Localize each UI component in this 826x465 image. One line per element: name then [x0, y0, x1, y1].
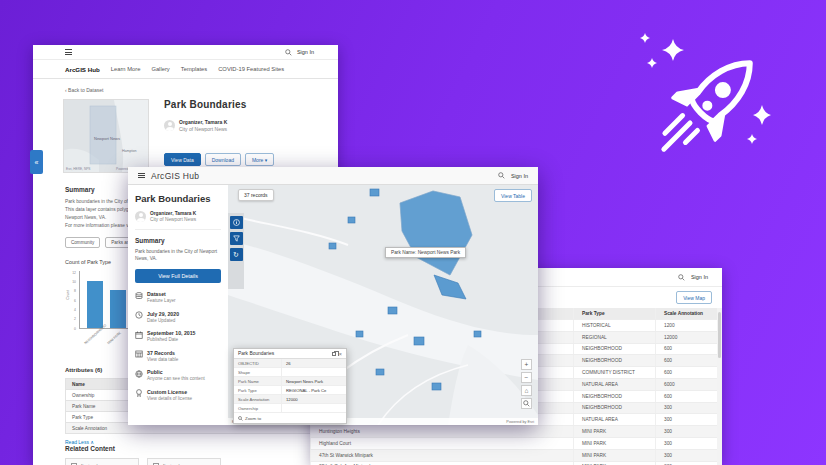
dock-popup-icon[interactable]: [332, 352, 336, 356]
avatar: [164, 120, 175, 131]
magnifier-icon: [238, 416, 243, 421]
popup-row: Park NameNewport News Park: [234, 377, 346, 386]
popup-title: Park Boundaries: [238, 351, 274, 356]
filter-button[interactable]: [230, 232, 243, 245]
dataset-explorer-window: ArcGIS Hub Sign In Park Boundaries Organ…: [128, 167, 538, 425]
calendar-icon: [135, 331, 143, 339]
site-nav: ArcGIS Hub Learn More Gallery Templates …: [33, 60, 338, 79]
author-org: City of Newport News: [150, 217, 196, 222]
view-map-button[interactable]: View Map: [676, 291, 712, 304]
records-count-badge: 37 records: [238, 189, 274, 201]
chart-xtick-label: NEIGHBORHOOD: [84, 331, 99, 345]
detail-public: PublicAnyone can see this content: [135, 369, 221, 381]
menu-icon[interactable]: [65, 48, 72, 56]
sign-in-link[interactable]: Sign In: [511, 173, 528, 179]
filter-icon: [233, 235, 240, 242]
map-toolbar: ↻: [228, 213, 244, 289]
scrollbar[interactable]: [717, 308, 722, 465]
chart-ytick-label: 8: [74, 289, 76, 293]
search-icon[interactable]: [498, 172, 505, 179]
download-button[interactable]: Download: [205, 153, 241, 166]
info-icon: [233, 219, 240, 226]
dataset-map-thumbnail[interactable]: Newport News Hampton Esri, HERE, NPS Pow…: [63, 99, 149, 173]
avatar: [135, 211, 146, 222]
zoom-to-link[interactable]: Zoom to: [234, 413, 346, 423]
tag-community[interactable]: Community: [65, 237, 100, 248]
related-content-heading: Related Content: [65, 445, 338, 452]
table-icon: [135, 350, 143, 358]
refresh-button[interactable]: ↻: [230, 248, 243, 261]
refresh-icon: ↻: [233, 251, 239, 259]
related-card-sport-fields[interactable]: Feature Layer Sport Fields/Areas Sport f…: [147, 458, 221, 465]
chart-xtick-label: MINI PARK: [107, 331, 122, 345]
page-title: Park Boundaries: [164, 99, 274, 110]
globe-icon: [135, 370, 143, 378]
arcgis-hub-banner: Sign In ArcGIS Hub Learn More Gallery Te…: [0, 0, 826, 465]
sign-in-link[interactable]: Sign In: [691, 274, 708, 280]
thumb-label-hampton: Hampton: [122, 149, 137, 153]
view-full-details-button[interactable]: View Full Details: [135, 269, 221, 283]
author-name: Organizer, Tamara K: [179, 119, 227, 125]
zoom-in-button[interactable]: +: [521, 359, 532, 370]
related-card-park[interactable]: Feature Layer Park A layer of parks: [65, 458, 139, 465]
caret-up-icon: ∧: [90, 439, 94, 445]
table-row[interactable]: 47th St Warwick MiniparkMINI PARK300: [310, 450, 717, 462]
sparkle-icon: [640, 33, 771, 144]
map-zoom-controls: + − ⌂: [521, 359, 532, 409]
collapse-icon: «: [35, 159, 39, 166]
chart-ytick-label: 6: [74, 299, 76, 303]
dataset-side-panel: Park Boundaries Organizer, Tamara K City…: [128, 185, 228, 425]
sidebar-toggle-tab[interactable]: «: [30, 150, 43, 174]
thumb-attribution: Esri, HERE, NPS: [66, 167, 90, 171]
chart-bar: [87, 281, 103, 328]
col-park-type: Park Type: [573, 308, 655, 319]
legend-info-button[interactable]: [230, 216, 243, 229]
table-row[interactable]: Highland CourtMINI PARK300: [310, 438, 717, 450]
view-data-table-link[interactable]: View data table: [147, 357, 178, 362]
sign-in-link[interactable]: Sign In: [297, 49, 314, 55]
popup-row: Shape: [234, 368, 346, 377]
chart-ytick-label: 4: [74, 308, 76, 312]
detail-published-date: September 10, 2015Published Date: [135, 330, 221, 342]
chart-ytick-label: 0: [74, 327, 76, 331]
popup-row: Park TypeREGIONAL - Park Ce: [234, 386, 346, 395]
view-license-link[interactable]: View details of license: [147, 396, 192, 401]
breadcrumb[interactable]: ‹ Back to Dataset: [65, 87, 338, 93]
dataset-details-list: DatasetFeature Layer July 29, 2020Date U…: [135, 291, 221, 401]
nav-item-templates[interactable]: Templates: [181, 66, 207, 72]
search-icon[interactable]: [678, 274, 685, 281]
home-extent-button[interactable]: ⌂: [521, 385, 532, 396]
nav-item-gallery[interactable]: Gallery: [151, 66, 169, 72]
chart-ytick-label: 12: [72, 271, 76, 275]
explorer-brand[interactable]: ArcGIS Hub: [151, 171, 199, 181]
menu-icon[interactable]: [138, 171, 145, 179]
feature-popup: Park Boundaries × OBJECTID26 Shape Park …: [233, 348, 347, 424]
table-row[interactable]: 29th & Oak Ave MiniparkMINI PARK300: [310, 462, 717, 465]
nav-item-learn-more[interactable]: Learn More: [111, 66, 141, 72]
col-scale-annotation: Scale Annotation: [655, 308, 717, 319]
author-name: Organizer, Tamara K: [150, 211, 196, 216]
popup-row: Scale Annotation12000: [234, 395, 346, 404]
view-table-button[interactable]: View Table: [494, 189, 532, 202]
chart-bar: [110, 290, 126, 327]
zoom-out-button[interactable]: −: [521, 372, 532, 383]
nav-brand[interactable]: ArcGIS Hub: [65, 66, 100, 73]
table-row[interactable]: Huntington HeightsMINI PARK300: [310, 426, 717, 438]
summary-text: Park boundaries in the City of Newport N…: [135, 248, 221, 262]
view-data-button[interactable]: View Data: [164, 153, 201, 166]
license-icon: [135, 389, 143, 397]
nav-item-covid[interactable]: COVID-19 Featured Sites: [218, 66, 284, 72]
chart-ytick-label: 2: [74, 317, 76, 321]
author-org: City of Newport News: [179, 126, 227, 132]
thumb-label-city: Newport News: [94, 136, 120, 141]
map-search-button[interactable]: [521, 398, 532, 409]
popup-row: OBJECTID26: [234, 359, 346, 368]
more-button[interactable]: More ▾: [245, 153, 274, 166]
search-icon: [523, 400, 530, 407]
dataset-title: Park Boundaries: [135, 193, 221, 204]
detail-license: Custom LicenseView details of license: [135, 389, 221, 401]
back-chevron-icon: ‹: [65, 87, 67, 93]
park-type-chart-yticks: 024681012: [69, 271, 78, 329]
summary-heading: Summary: [135, 237, 221, 244]
search-icon[interactable]: [285, 49, 292, 56]
